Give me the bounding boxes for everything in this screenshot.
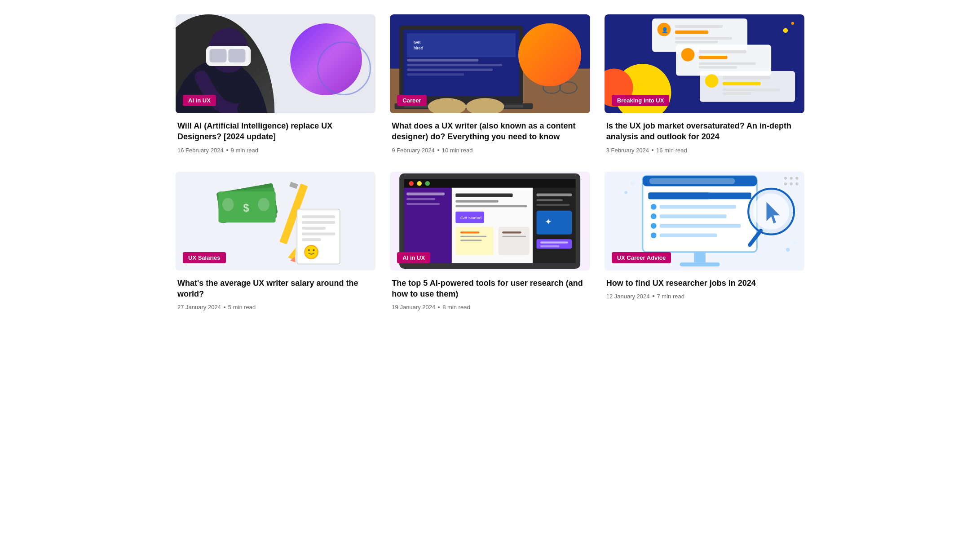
svg-rect-62	[302, 226, 326, 229]
svg-point-122	[784, 177, 786, 179]
svg-rect-77	[406, 203, 440, 204]
card-image-3: 👤	[605, 14, 804, 113]
svg-rect-104	[648, 192, 710, 199]
dot-separator-6	[653, 295, 654, 297]
svg-rect-9	[407, 33, 516, 57]
svg-text:hired: hired	[414, 45, 423, 50]
card-read-time-6: 7 min read	[657, 293, 684, 300]
svg-rect-92	[537, 193, 572, 196]
svg-point-73	[425, 181, 430, 186]
svg-point-47	[783, 28, 788, 33]
svg-text:✦: ✦	[545, 217, 552, 226]
svg-point-66	[308, 249, 310, 251]
svg-point-109	[651, 223, 657, 229]
card-date-4: 27 January 2024	[177, 304, 221, 311]
svg-rect-85	[460, 231, 479, 233]
svg-rect-87	[460, 240, 482, 241]
svg-point-120	[786, 248, 790, 251]
svg-point-54	[258, 198, 269, 211]
svg-rect-61	[302, 221, 335, 224]
svg-rect-110	[660, 224, 741, 227]
svg-point-121	[794, 241, 796, 244]
svg-rect-75	[406, 192, 445, 195]
dot-separator-5	[438, 306, 440, 308]
card-meta-4: 27 January 2024 5 min read	[177, 304, 374, 311]
svg-rect-44	[723, 82, 761, 85]
card-title-4: What's the average UX writer salary arou…	[177, 278, 374, 300]
category-badge-6: UX Career Advice	[612, 252, 671, 263]
svg-text:👤: 👤	[662, 27, 668, 33]
svg-rect-112	[660, 233, 717, 237]
svg-rect-106	[660, 205, 736, 209]
card-meta-3: 3 February 2024 16 min read	[606, 147, 803, 154]
svg-rect-102	[649, 178, 735, 184]
svg-rect-63	[302, 232, 335, 235]
svg-rect-34	[675, 41, 718, 43]
svg-point-111	[651, 232, 657, 238]
card-image-5: Get started ✦	[390, 172, 590, 271]
card-date-6: 12 January 2024	[606, 293, 650, 300]
svg-rect-58	[289, 182, 298, 189]
svg-rect-88	[499, 226, 530, 255]
svg-rect-40	[699, 66, 737, 68]
svg-point-107	[651, 213, 657, 219]
svg-rect-60	[302, 215, 335, 218]
category-badge-1: AI in UX	[183, 95, 216, 106]
svg-rect-114	[680, 262, 720, 266]
svg-point-42	[705, 74, 718, 88]
card-date-5: 19 January 2024	[392, 304, 435, 311]
card-title-1: Will AI (Artificial Intelligence) replac…	[177, 120, 374, 142]
svg-rect-64	[302, 238, 321, 241]
svg-rect-4	[228, 49, 245, 62]
svg-point-124	[795, 177, 798, 179]
card-body-4: What's the average UX writer salary arou…	[176, 271, 375, 311]
card-read-time-3: 16 min read	[656, 147, 687, 154]
svg-point-36	[681, 48, 694, 62]
svg-rect-95	[537, 210, 572, 234]
svg-rect-80	[456, 200, 499, 202]
svg-rect-94	[537, 204, 570, 205]
svg-point-123	[790, 177, 792, 179]
svg-rect-84	[456, 226, 494, 255]
card-date-1: 16 February 2024	[177, 147, 224, 154]
card-title-5: The top 5 AI-powered tools for user rese…	[392, 278, 588, 300]
svg-rect-108	[660, 214, 726, 218]
svg-point-126	[790, 182, 792, 185]
svg-point-65	[305, 245, 318, 259]
card-read-time-4: 5 min read	[228, 304, 256, 311]
card-read-time-5: 8 min read	[442, 304, 470, 311]
svg-point-53	[222, 198, 234, 211]
article-card-3[interactable]: 👤	[605, 14, 804, 154]
article-card-2[interactable]: Get hired	[390, 14, 590, 154]
dot-separator-4	[224, 306, 225, 308]
svg-rect-13	[407, 64, 502, 66]
article-card-5[interactable]: Get started ✦	[390, 172, 590, 311]
svg-rect-113	[694, 252, 705, 262]
card-body-6: How to find UX researcher jobs in 2024 1…	[605, 271, 804, 300]
svg-point-71	[409, 181, 414, 186]
card-read-time-2: 10 min read	[442, 147, 473, 154]
svg-rect-37	[699, 50, 746, 53]
dot-separator-2	[437, 149, 439, 151]
svg-rect-45	[723, 89, 780, 91]
article-card-4[interactable]: $	[176, 172, 375, 311]
svg-point-48	[791, 22, 794, 25]
card-meta-1: 16 February 2024 9 min read	[177, 147, 374, 154]
svg-rect-31	[675, 25, 723, 28]
category-badge-5: AI in UX	[397, 252, 430, 263]
article-card-1[interactable]: AI in UX Will AI (Artificial Intelligenc…	[176, 14, 375, 154]
card-title-3: Is the UX job market oversaturated? An i…	[606, 120, 803, 142]
svg-rect-32	[675, 31, 708, 34]
card-meta-2: 9 February 2024 10 min read	[392, 147, 588, 154]
card-date-3: 3 February 2024	[606, 147, 649, 154]
svg-rect-33	[675, 37, 732, 40]
article-card-6[interactable]: UX Career Advice How to find UX research…	[605, 172, 804, 311]
card-meta-5: 19 January 2024 8 min read	[392, 304, 588, 311]
card-image-4: $	[176, 172, 375, 271]
svg-point-72	[417, 181, 422, 186]
svg-point-119	[624, 191, 627, 194]
dot-separator-3	[652, 149, 653, 151]
svg-text:$: $	[243, 202, 249, 213]
svg-point-127	[795, 182, 798, 185]
svg-rect-100	[642, 176, 756, 252]
